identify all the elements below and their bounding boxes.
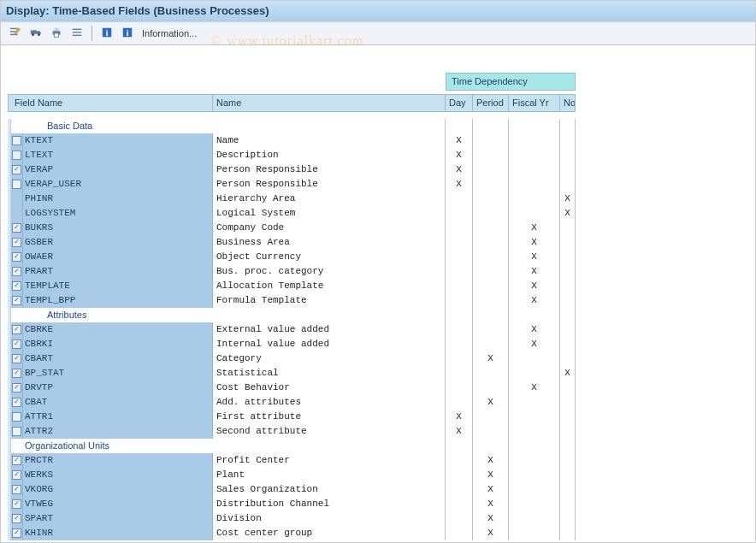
content-area: Time Dependency Field Name Name Day Peri…: [1, 45, 755, 540]
col-header-no[interactable]: No: [560, 94, 576, 112]
field-name-cell: LTEXT: [23, 148, 213, 162]
checkbox-cell[interactable]: ✓: [11, 366, 23, 381]
col-header-day[interactable]: Day: [446, 94, 473, 112]
checkbox-cell[interactable]: ✓: [11, 351, 23, 366]
day-cell: [446, 395, 473, 410]
col-header-name[interactable]: Name: [213, 94, 446, 112]
no-cell: [560, 293, 576, 308]
table-row: ATTR2Second attributeX: [8, 424, 755, 439]
toggle-display-button[interactable]: [6, 24, 25, 43]
checkbox-cell[interactable]: ✓: [11, 497, 23, 511]
table-row: ✓CBARTCategoryX: [8, 351, 755, 366]
no-cell: [560, 511, 576, 526]
section-label: Attributes: [23, 308, 213, 322]
svg-rect-3: [31, 30, 37, 33]
field-name-cell: VERAP: [23, 162, 213, 177]
period-cell: [473, 162, 509, 177]
checkbox-icon: ✓: [12, 165, 21, 174]
checkbox-cell[interactable]: [11, 424, 23, 439]
fiscal-cell: [509, 366, 560, 381]
checkbox-cell[interactable]: ✓: [11, 381, 23, 395]
section-header: Basic Data: [8, 119, 755, 133]
checkbox-icon: ✓: [12, 339, 21, 349]
transport-button[interactable]: [27, 24, 45, 43]
checkbox-cell[interactable]: ✓: [11, 279, 23, 293]
name-cell: Allocation Template: [213, 279, 446, 293]
checkbox-cell[interactable]: ✓: [11, 453, 23, 468]
no-cell: [560, 337, 576, 351]
period-cell: [473, 410, 509, 424]
info-button-1[interactable]: i: [97, 24, 116, 43]
col-header-period[interactable]: Period: [473, 94, 509, 112]
no-cell: X: [560, 192, 576, 206]
checkbox-cell[interactable]: ✓: [11, 322, 23, 337]
table-row: ✓KHINRCost center groupX: [8, 526, 755, 540]
table-row: ✓PRCTRProfit CenterX: [8, 453, 755, 468]
period-cell: [473, 279, 509, 293]
checkbox-cell[interactable]: [11, 133, 23, 148]
name-cell: Division: [213, 511, 446, 526]
checkbox-cell[interactable]: [11, 148, 23, 162]
checkbox-cell[interactable]: [11, 177, 23, 192]
day-cell: [446, 337, 473, 351]
name-cell: Cost Behavior: [213, 381, 446, 395]
col-header-fiscal[interactable]: Fiscal Yr: [509, 94, 560, 112]
checkbox-icon: ✓: [12, 369, 21, 378]
day-cell: [446, 526, 473, 540]
checkbox-cell[interactable]: ✓: [11, 264, 23, 279]
table-row: ✓VKORGSales OrganizationX: [8, 482, 755, 497]
table-row: ✓WERKSPlantX: [8, 468, 755, 482]
col-header-field-name[interactable]: Field Name: [11, 94, 213, 112]
field-name-cell: OWAER: [23, 250, 213, 264]
checkbox-cell[interactable]: ✓: [11, 468, 23, 482]
info-button-2[interactable]: i: [118, 24, 137, 43]
period-cell: [473, 177, 509, 192]
table-row: ✓PRARTBus. proc. categoryX: [8, 264, 755, 279]
printer-icon: [50, 27, 62, 41]
checkbox-cell[interactable]: ✓: [11, 293, 23, 308]
name-cell: Person Responsible: [213, 177, 446, 192]
menu-button[interactable]: [68, 24, 86, 43]
checkbox-cell[interactable]: ✓: [11, 526, 23, 540]
checkbox-cell[interactable]: [11, 410, 23, 424]
print-button[interactable]: [47, 24, 66, 43]
checkbox-cell[interactable]: ✓: [11, 221, 23, 235]
name-cell: Profit Center: [213, 453, 446, 468]
period-cell: X: [473, 395, 509, 410]
period-cell: X: [473, 482, 509, 497]
period-cell: [473, 133, 509, 148]
checkbox-icon: ✓: [12, 252, 21, 262]
checkbox-cell[interactable]: ✓: [11, 511, 23, 526]
day-cell: [446, 366, 473, 381]
checkbox-cell[interactable]: ✓: [11, 482, 23, 497]
information-button[interactable]: Information...: [139, 24, 200, 43]
no-cell: [560, 221, 576, 235]
checkbox-cell[interactable]: ✓: [11, 235, 23, 250]
name-cell: Description: [213, 148, 446, 162]
checkbox-cell[interactable]: ✓: [11, 250, 23, 264]
field-name-cell: VTWEG: [23, 497, 213, 511]
day-cell: [446, 293, 473, 308]
field-name-cell: TEMPL_BPP: [23, 293, 213, 308]
field-name-cell: TEMPLATE: [23, 279, 213, 293]
checkbox-cell: [11, 192, 23, 206]
table-body: Basic DataKTEXTNameXLTEXTDescriptionX✓VE…: [8, 119, 755, 540]
time-dependency-header: Time Dependency: [446, 73, 576, 91]
name-cell: Person Responsible: [213, 162, 446, 177]
table-row: KTEXTNameX: [8, 133, 755, 148]
fiscal-cell: X: [509, 322, 560, 337]
checkbox-cell[interactable]: ✓: [11, 337, 23, 351]
no-cell: [560, 497, 576, 511]
table-row: ✓BUKRSCompany CodeX: [8, 221, 755, 235]
checkbox-cell[interactable]: ✓: [11, 395, 23, 410]
no-cell: X: [560, 366, 576, 381]
checkbox-cell[interactable]: ✓: [11, 162, 23, 177]
period-cell: [473, 366, 509, 381]
name-cell: Logical System: [213, 206, 446, 221]
menu-lines-icon: [71, 27, 83, 41]
checkbox-icon: ✓: [12, 398, 21, 407]
table-row: ✓SPARTDivisionX: [8, 511, 755, 526]
name-cell: First attribute: [213, 410, 446, 424]
checkbox-icon: ✓: [12, 456, 21, 465]
table-row: ✓TEMPL_BPPFormula TemplateX: [8, 293, 755, 308]
